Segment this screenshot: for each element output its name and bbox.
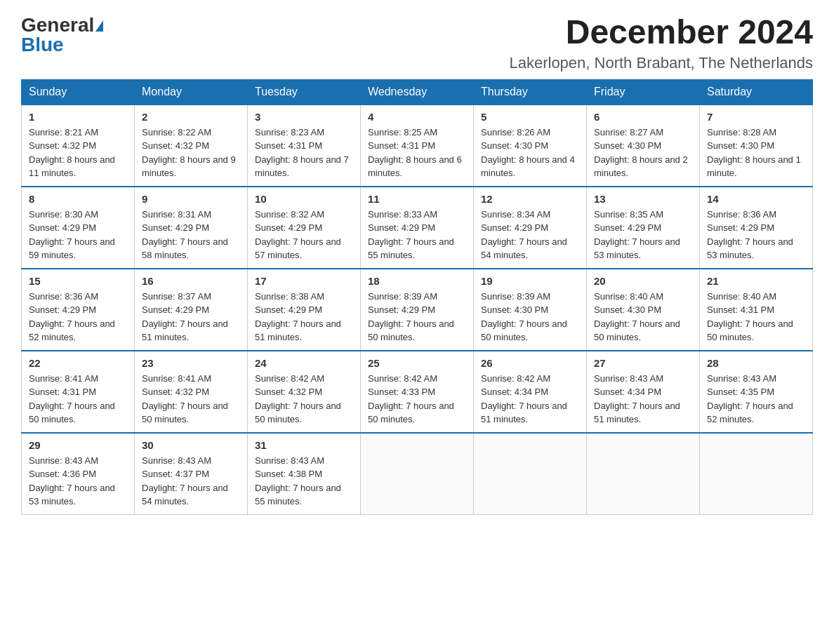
logo-blue-text: Blue <box>21 34 64 56</box>
day-number: 8 <box>29 193 127 205</box>
calendar-day-cell: 5Sunrise: 8:26 AMSunset: 4:30 PMDaylight… <box>474 105 587 187</box>
calendar-day-cell: 12Sunrise: 8:34 AMSunset: 4:29 PMDayligh… <box>474 187 587 269</box>
day-info: Sunrise: 8:41 AMSunset: 4:32 PMDaylight:… <box>142 372 240 427</box>
calendar-day-cell: 11Sunrise: 8:33 AMSunset: 4:29 PMDayligh… <box>361 187 474 269</box>
day-info: Sunrise: 8:34 AMSunset: 4:29 PMDaylight:… <box>481 208 579 262</box>
calendar-day-cell: 3Sunrise: 8:23 AMSunset: 4:31 PMDaylight… <box>248 105 361 187</box>
calendar-week-row: 29Sunrise: 8:43 AMSunset: 4:36 PMDayligh… <box>22 433 813 515</box>
day-info: Sunrise: 8:42 AMSunset: 4:34 PMDaylight:… <box>481 372 579 427</box>
calendar-day-cell: 15Sunrise: 8:36 AMSunset: 4:29 PMDayligh… <box>22 269 135 351</box>
calendar-week-row: 8Sunrise: 8:30 AMSunset: 4:29 PMDaylight… <box>22 187 813 269</box>
day-number: 11 <box>368 193 466 205</box>
page-header: General Blue December 2024 Lakerlopen, N… <box>21 14 813 72</box>
calendar-day-cell: 17Sunrise: 8:38 AMSunset: 4:29 PMDayligh… <box>248 269 361 351</box>
calendar-day-cell: 30Sunrise: 8:43 AMSunset: 4:37 PMDayligh… <box>135 433 248 515</box>
day-info: Sunrise: 8:42 AMSunset: 4:32 PMDaylight:… <box>255 372 353 427</box>
day-number: 23 <box>142 357 240 369</box>
title-block: December 2024 Lakerlopen, North Brabant,… <box>509 14 813 72</box>
calendar-day-cell: 6Sunrise: 8:27 AMSunset: 4:30 PMDaylight… <box>587 105 700 187</box>
calendar-day-cell: 24Sunrise: 8:42 AMSunset: 4:32 PMDayligh… <box>248 351 361 433</box>
calendar-table: Sunday Monday Tuesday Wednesday Thursday… <box>21 79 813 515</box>
day-info: Sunrise: 8:36 AMSunset: 4:29 PMDaylight:… <box>707 208 805 262</box>
day-info: Sunrise: 8:43 AMSunset: 4:35 PMDaylight:… <box>707 372 805 427</box>
day-info: Sunrise: 8:28 AMSunset: 4:30 PMDaylight:… <box>707 126 805 180</box>
day-info: Sunrise: 8:43 AMSunset: 4:38 PMDaylight:… <box>255 454 353 509</box>
day-number: 5 <box>481 111 579 123</box>
calendar-day-cell: 8Sunrise: 8:30 AMSunset: 4:29 PMDaylight… <box>22 187 135 269</box>
day-number: 15 <box>29 275 127 287</box>
calendar-day-cell <box>474 433 587 515</box>
day-number: 21 <box>707 275 805 287</box>
day-number: 19 <box>481 275 579 287</box>
col-thursday: Thursday <box>474 79 587 105</box>
calendar-day-cell <box>700 433 813 515</box>
day-info: Sunrise: 8:42 AMSunset: 4:33 PMDaylight:… <box>368 372 466 427</box>
day-number: 4 <box>368 111 466 123</box>
calendar-day-cell: 16Sunrise: 8:37 AMSunset: 4:29 PMDayligh… <box>135 269 248 351</box>
day-info: Sunrise: 8:31 AMSunset: 4:29 PMDaylight:… <box>142 208 240 262</box>
calendar-day-cell: 14Sunrise: 8:36 AMSunset: 4:29 PMDayligh… <box>700 187 813 269</box>
day-info: Sunrise: 8:39 AMSunset: 4:30 PMDaylight:… <box>481 290 579 344</box>
day-info: Sunrise: 8:32 AMSunset: 4:29 PMDaylight:… <box>255 208 353 262</box>
calendar-day-cell: 31Sunrise: 8:43 AMSunset: 4:38 PMDayligh… <box>248 433 361 515</box>
day-number: 2 <box>142 111 240 123</box>
calendar-day-cell: 22Sunrise: 8:41 AMSunset: 4:31 PMDayligh… <box>22 351 135 433</box>
day-number: 30 <box>142 439 240 451</box>
day-number: 3 <box>255 111 353 123</box>
day-info: Sunrise: 8:21 AMSunset: 4:32 PMDaylight:… <box>29 126 127 180</box>
calendar-day-cell: 23Sunrise: 8:41 AMSunset: 4:32 PMDayligh… <box>135 351 248 433</box>
day-number: 27 <box>594 357 692 369</box>
calendar-week-row: 22Sunrise: 8:41 AMSunset: 4:31 PMDayligh… <box>22 351 813 433</box>
calendar-day-cell: 29Sunrise: 8:43 AMSunset: 4:36 PMDayligh… <box>22 433 135 515</box>
day-number: 22 <box>29 357 127 369</box>
calendar-day-cell <box>361 433 474 515</box>
day-info: Sunrise: 8:22 AMSunset: 4:32 PMDaylight:… <box>142 126 240 180</box>
day-number: 17 <box>255 275 353 287</box>
calendar-week-row: 1Sunrise: 8:21 AMSunset: 4:32 PMDaylight… <box>22 105 813 187</box>
day-number: 24 <box>255 357 353 369</box>
day-info: Sunrise: 8:27 AMSunset: 4:30 PMDaylight:… <box>594 126 692 180</box>
calendar-day-cell: 9Sunrise: 8:31 AMSunset: 4:29 PMDaylight… <box>135 187 248 269</box>
day-number: 12 <box>481 193 579 205</box>
calendar-day-cell: 2Sunrise: 8:22 AMSunset: 4:32 PMDaylight… <box>135 105 248 187</box>
day-info: Sunrise: 8:37 AMSunset: 4:29 PMDaylight:… <box>142 290 240 344</box>
day-info: Sunrise: 8:30 AMSunset: 4:29 PMDaylight:… <box>29 208 127 262</box>
col-sunday: Sunday <box>22 79 135 105</box>
calendar-header-row: Sunday Monday Tuesday Wednesday Thursday… <box>22 79 813 105</box>
calendar-day-cell: 20Sunrise: 8:40 AMSunset: 4:30 PMDayligh… <box>587 269 700 351</box>
day-number: 9 <box>142 193 240 205</box>
day-number: 29 <box>29 439 127 451</box>
day-number: 26 <box>481 357 579 369</box>
day-number: 20 <box>594 275 692 287</box>
day-info: Sunrise: 8:43 AMSunset: 4:34 PMDaylight:… <box>594 372 692 427</box>
calendar-day-cell: 27Sunrise: 8:43 AMSunset: 4:34 PMDayligh… <box>587 351 700 433</box>
month-title: December 2024 <box>509 14 813 51</box>
col-monday: Monday <box>135 79 248 105</box>
day-info: Sunrise: 8:23 AMSunset: 4:31 PMDaylight:… <box>255 126 353 180</box>
col-tuesday: Tuesday <box>248 79 361 105</box>
calendar-day-cell: 18Sunrise: 8:39 AMSunset: 4:29 PMDayligh… <box>361 269 474 351</box>
day-number: 7 <box>707 111 805 123</box>
day-number: 14 <box>707 193 805 205</box>
day-number: 18 <box>368 275 466 287</box>
calendar-day-cell: 28Sunrise: 8:43 AMSunset: 4:35 PMDayligh… <box>700 351 813 433</box>
day-number: 10 <box>255 193 353 205</box>
day-info: Sunrise: 8:40 AMSunset: 4:31 PMDaylight:… <box>707 290 805 344</box>
calendar-day-cell <box>587 433 700 515</box>
day-info: Sunrise: 8:43 AMSunset: 4:37 PMDaylight:… <box>142 454 240 509</box>
calendar-day-cell: 7Sunrise: 8:28 AMSunset: 4:30 PMDaylight… <box>700 105 813 187</box>
day-number: 1 <box>29 111 127 123</box>
calendar-week-row: 15Sunrise: 8:36 AMSunset: 4:29 PMDayligh… <box>22 269 813 351</box>
day-info: Sunrise: 8:38 AMSunset: 4:29 PMDaylight:… <box>255 290 353 344</box>
day-info: Sunrise: 8:26 AMSunset: 4:30 PMDaylight:… <box>481 126 579 180</box>
day-number: 28 <box>707 357 805 369</box>
day-info: Sunrise: 8:33 AMSunset: 4:29 PMDaylight:… <box>368 208 466 262</box>
day-info: Sunrise: 8:35 AMSunset: 4:29 PMDaylight:… <box>594 208 692 262</box>
day-info: Sunrise: 8:25 AMSunset: 4:31 PMDaylight:… <box>368 126 466 180</box>
day-info: Sunrise: 8:41 AMSunset: 4:31 PMDaylight:… <box>29 372 127 427</box>
calendar-day-cell: 19Sunrise: 8:39 AMSunset: 4:30 PMDayligh… <box>474 269 587 351</box>
day-info: Sunrise: 8:39 AMSunset: 4:29 PMDaylight:… <box>368 290 466 344</box>
calendar-day-cell: 1Sunrise: 8:21 AMSunset: 4:32 PMDaylight… <box>22 105 135 187</box>
col-friday: Friday <box>587 79 700 105</box>
calendar-day-cell: 4Sunrise: 8:25 AMSunset: 4:31 PMDaylight… <box>361 105 474 187</box>
